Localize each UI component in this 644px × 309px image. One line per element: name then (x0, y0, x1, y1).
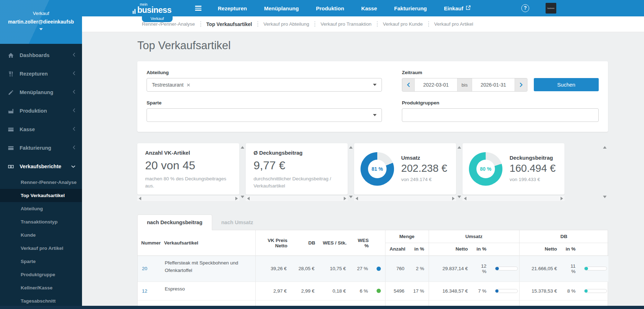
breadcrumb-verkauf-pro-artikel[interactable]: Verkauf pro Artikel (434, 21, 474, 27)
vertical-scrollbar[interactable] (348, 143, 354, 201)
user-dropdown-caret-icon[interactable] (39, 28, 43, 30)
top-menu-produktion[interactable]: Produktion (316, 5, 344, 11)
scroll-up-icon[interactable] (349, 146, 353, 149)
sidebar-subitem-produktgruppe[interactable]: Produktgruppe (0, 268, 82, 281)
breadcrumb-verkauf-pro-kunde[interactable]: Verkauf pro Kunde (383, 21, 423, 27)
produktgruppen-input[interactable] (402, 108, 599, 122)
chip-remove-icon[interactable] (187, 83, 190, 87)
col-header-anzahl[interactable]: Anzahl (385, 243, 409, 256)
sidebar-subitem-sparte[interactable]: Sparte (0, 255, 82, 268)
date-next-button[interactable] (515, 78, 527, 91)
scroll-up-icon[interactable] (603, 146, 607, 149)
breadcrumb-verkauf-pro-abteilung[interactable]: Verkauf pro Abteilung (264, 21, 309, 27)
sidebar-subitem-abteilung[interactable]: Abteilung (0, 202, 82, 215)
menge-anzahl-value: 5496 (385, 282, 409, 300)
scroll-left-icon[interactable] (356, 197, 358, 200)
sidebar-user-panel[interactable]: Verkauf martin.zoller@dieeinkaufsb (0, 0, 82, 44)
status-dot (377, 289, 381, 293)
col-header-menge-in-pct[interactable]: in % (409, 243, 429, 256)
date-prev-button[interactable] (402, 78, 414, 91)
scroll-down-icon[interactable] (349, 196, 353, 198)
col-header-db-netto[interactable]: Netto (519, 243, 561, 256)
menge-pct-value: 17 % (409, 282, 429, 300)
scroll-left-icon[interactable] (139, 197, 141, 200)
scroll-left-icon[interactable] (247, 197, 250, 200)
kpi-value: 9,77 € (254, 159, 340, 172)
sidebar-subitem-top-verkaufsartikel[interactable]: Top Verkaufsartikel (0, 189, 82, 202)
top-menu-rezepturen[interactable]: Rezepturen (218, 5, 247, 11)
artikel-number-link[interactable]: 20 (142, 266, 147, 271)
scroll-down-icon[interactable] (241, 196, 244, 198)
date-to-field[interactable]: 2026-01-31 (472, 78, 515, 91)
sidebar-item-produktion[interactable]: Produktion (0, 102, 82, 120)
horizontal-scrollbar[interactable] (462, 196, 564, 201)
app-logo[interactable]: mein business Verkauf (133, 3, 172, 14)
col-header-umsatz-in-pct[interactable]: in % (472, 243, 491, 256)
col-header-vk-preis[interactable]: VK Preis Netto (255, 230, 291, 256)
sparte-select[interactable] (147, 108, 382, 122)
breadcrumb-renner-penner[interactable]: Renner-/Penner-Analyse (142, 21, 195, 27)
sidebar-item-fakturierung[interactable]: Fakturierung (0, 139, 82, 157)
scroll-right-icon[interactable] (235, 197, 238, 200)
menge-anzahl-value: 760 (385, 256, 409, 282)
horizontal-scrollbar[interactable] (354, 196, 456, 201)
scroll-left-icon[interactable] (464, 197, 466, 200)
tab-nach-umsatz[interactable]: nach Umsatz (212, 215, 262, 230)
top-menu-menueplanung[interactable]: Menüplanung (264, 5, 299, 11)
sidebar-item-verkaufsberichte[interactable]: Verkaufsberichte (0, 157, 82, 176)
col-header-umsatz-netto[interactable]: Netto (429, 243, 472, 256)
db-netto-value: 21.666,05 € (519, 256, 561, 282)
abteilung-select[interactable]: Testrestaurant (147, 78, 382, 92)
sidebar-subitem-renner-penner[interactable]: Renner-/Penner-Analyse (0, 176, 82, 189)
sparte-label: Sparte (147, 100, 382, 105)
tab-nach-deckungsbeitrag[interactable]: nach Deckungsbeitrag (137, 215, 212, 230)
sidebar-item-rezepturen[interactable]: Rezepturen (0, 65, 82, 83)
group-header-umsatz[interactable]: Umsatz (429, 230, 519, 243)
scroll-down-icon[interactable] (603, 196, 607, 198)
table-row[interactable]: 20 Pfeffersteak mit Speckbohnen und Ofen… (138, 256, 608, 282)
top-menu-einkauf[interactable]: Einkauf (444, 5, 471, 11)
scroll-up-icon[interactable] (458, 146, 461, 149)
vertical-scrollbar[interactable] (456, 143, 462, 201)
col-header-wes-stk[interactable]: WES / Stk. (319, 230, 350, 256)
vertical-scrollbar[interactable] (239, 143, 246, 201)
sidebar-subitem-kunde[interactable]: Kunde (0, 228, 82, 242)
scroll-right-icon[interactable] (344, 197, 346, 200)
horizontal-scrollbar[interactable] (246, 196, 348, 201)
help-icon[interactable]: ? (521, 4, 529, 12)
vertical-scrollbar[interactable] (602, 143, 608, 201)
bottom-scrollbar[interactable] (0, 306, 644, 309)
scroll-up-icon[interactable] (241, 146, 244, 149)
breadcrumb-top-verkaufsartikel[interactable]: Top Verkaufsartikel (206, 21, 252, 27)
sidebar-item-menueplanung[interactable]: Menüplanung (0, 83, 82, 102)
top-menu-fakturierung[interactable]: Fakturierung (394, 5, 427, 11)
hamburger-menu-icon[interactable] (195, 5, 201, 12)
col-header-verkaufsartikel[interactable]: Verkaufsartikel (160, 230, 255, 256)
home-icon (8, 52, 14, 58)
sidebar-item-kasse[interactable]: Kasse (0, 120, 82, 139)
group-header-menge[interactable]: Menge (385, 230, 429, 243)
horizontal-scrollbar[interactable] (137, 196, 239, 201)
db-value: 2,99 € (291, 282, 319, 300)
scroll-right-icon[interactable] (561, 197, 563, 200)
sidebar-item-dashboards[interactable]: Dashboards (0, 46, 82, 65)
group-header-db[interactable]: DB (519, 230, 608, 243)
col-header-db[interactable]: DB (291, 230, 319, 256)
col-header-wes-pct[interactable]: WES % (350, 230, 372, 256)
sidebar-subitem-transaktionstyp[interactable]: Transaktionstyp (0, 215, 82, 228)
umsatz-progress-bar (495, 267, 518, 271)
table-row[interactable]: 12 Espresso 2,97 € 2,99 € 0,18 € 6 % 549… (138, 282, 608, 300)
scroll-down-icon[interactable] (458, 196, 461, 198)
col-header-nummer[interactable]: Nummer (138, 230, 160, 256)
suchen-button[interactable]: Suchen (534, 78, 599, 91)
top-menu-kasse[interactable]: Kasse (361, 5, 377, 11)
artikel-number-link[interactable]: 12 (142, 288, 147, 294)
avatar[interactable]: business (546, 3, 556, 14)
breadcrumb-verkauf-pro-transaktion[interactable]: Verkauf pro Transaktion (321, 21, 372, 27)
scroll-right-icon[interactable] (452, 197, 455, 200)
date-from-field[interactable]: 2022-03-01 (414, 78, 458, 91)
credit-card-icon (8, 127, 14, 133)
col-header-db-in-pct[interactable]: in % (561, 243, 580, 256)
sidebar-subitem-verkauf-pro-artikel[interactable]: Verkauf pro Artikel (0, 242, 82, 255)
sidebar-subitem-kellner-kasse[interactable]: Kellner/Kasse (0, 281, 82, 294)
